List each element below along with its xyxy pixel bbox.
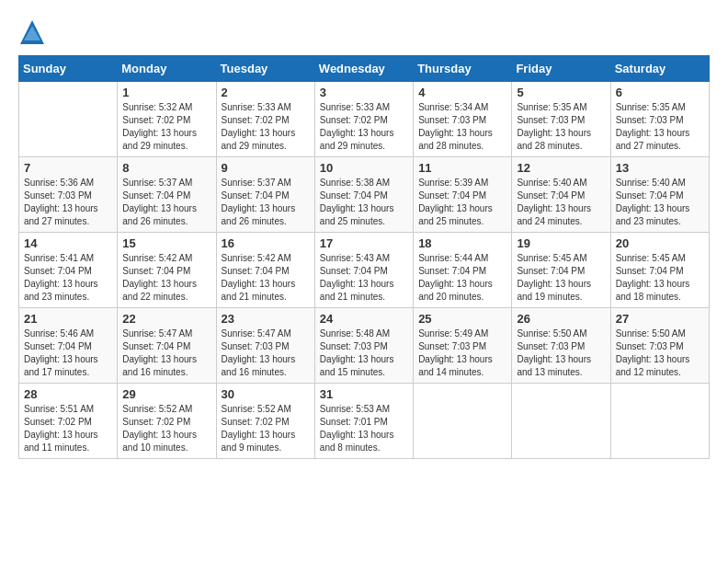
day-info: Sunrise: 5:41 AM Sunset: 7:04 PM Dayligh… bbox=[24, 252, 112, 304]
day-info: Sunrise: 5:51 AM Sunset: 7:02 PM Dayligh… bbox=[24, 403, 112, 454]
calendar-cell: 12Sunrise: 5:40 AM Sunset: 7:04 PM Dayli… bbox=[512, 157, 610, 233]
day-info: Sunrise: 5:43 AM Sunset: 7:04 PM Dayligh… bbox=[320, 252, 408, 304]
calendar-cell: 22Sunrise: 5:47 AM Sunset: 7:04 PM Dayli… bbox=[118, 308, 216, 384]
day-number: 7 bbox=[24, 161, 112, 175]
day-number: 21 bbox=[24, 312, 112, 326]
day-number: 8 bbox=[122, 161, 210, 175]
weekday-header: Friday bbox=[512, 56, 610, 82]
day-info: Sunrise: 5:34 AM Sunset: 7:03 PM Dayligh… bbox=[418, 101, 506, 153]
day-info: Sunrise: 5:39 AM Sunset: 7:04 PM Dayligh… bbox=[418, 177, 506, 228]
day-number: 29 bbox=[122, 387, 210, 401]
day-info: Sunrise: 5:33 AM Sunset: 7:02 PM Dayligh… bbox=[222, 101, 310, 153]
day-info: Sunrise: 5:45 AM Sunset: 7:04 PM Dayligh… bbox=[616, 252, 704, 304]
day-info: Sunrise: 5:48 AM Sunset: 7:03 PM Dayligh… bbox=[320, 327, 408, 379]
calendar-cell: 24Sunrise: 5:48 AM Sunset: 7:03 PM Dayli… bbox=[314, 308, 413, 384]
day-number: 13 bbox=[616, 161, 704, 175]
calendar-cell: 13Sunrise: 5:40 AM Sunset: 7:04 PM Dayli… bbox=[610, 157, 709, 233]
calendar-cell: 31Sunrise: 5:53 AM Sunset: 7:01 PM Dayli… bbox=[314, 384, 413, 459]
day-number: 2 bbox=[222, 86, 310, 99]
day-number: 12 bbox=[517, 161, 605, 175]
day-info: Sunrise: 5:45 AM Sunset: 7:04 PM Dayligh… bbox=[517, 252, 605, 304]
calendar-cell: 3Sunrise: 5:33 AM Sunset: 7:02 PM Daylig… bbox=[314, 82, 413, 157]
page-header bbox=[18, 18, 710, 46]
day-number: 28 bbox=[24, 387, 112, 401]
day-number: 1 bbox=[122, 86, 210, 99]
day-info: Sunrise: 5:44 AM Sunset: 7:04 PM Dayligh… bbox=[418, 252, 506, 304]
day-number: 4 bbox=[418, 86, 506, 99]
day-info: Sunrise: 5:40 AM Sunset: 7:04 PM Dayligh… bbox=[616, 177, 704, 228]
day-number: 9 bbox=[222, 161, 310, 175]
calendar-cell bbox=[610, 384, 709, 459]
calendar-cell: 7Sunrise: 5:36 AM Sunset: 7:03 PM Daylig… bbox=[19, 157, 118, 233]
day-number: 24 bbox=[320, 312, 408, 326]
calendar-table: SundayMondayTuesdayWednesdayThursdayFrid… bbox=[18, 55, 710, 459]
calendar-cell: 16Sunrise: 5:42 AM Sunset: 7:04 PM Dayli… bbox=[216, 233, 314, 308]
weekday-header: Monday bbox=[118, 56, 216, 82]
day-number: 17 bbox=[320, 236, 408, 250]
calendar-week-row: 14Sunrise: 5:41 AM Sunset: 7:04 PM Dayli… bbox=[19, 233, 710, 308]
day-info: Sunrise: 5:46 AM Sunset: 7:04 PM Dayligh… bbox=[24, 327, 112, 379]
day-number: 25 bbox=[418, 312, 506, 326]
calendar-cell: 9Sunrise: 5:37 AM Sunset: 7:04 PM Daylig… bbox=[216, 157, 314, 233]
day-number: 18 bbox=[418, 236, 506, 250]
calendar-cell: 28Sunrise: 5:51 AM Sunset: 7:02 PM Dayli… bbox=[19, 384, 118, 459]
weekday-header: Tuesday bbox=[216, 56, 314, 82]
day-info: Sunrise: 5:36 AM Sunset: 7:03 PM Dayligh… bbox=[24, 177, 112, 228]
day-info: Sunrise: 5:47 AM Sunset: 7:03 PM Dayligh… bbox=[222, 327, 310, 379]
day-info: Sunrise: 5:35 AM Sunset: 7:03 PM Dayligh… bbox=[517, 101, 605, 153]
calendar-cell: 20Sunrise: 5:45 AM Sunset: 7:04 PM Dayli… bbox=[610, 233, 709, 308]
calendar-cell: 23Sunrise: 5:47 AM Sunset: 7:03 PM Dayli… bbox=[216, 308, 314, 384]
day-number: 3 bbox=[320, 86, 408, 99]
calendar-cell: 26Sunrise: 5:50 AM Sunset: 7:03 PM Dayli… bbox=[512, 308, 610, 384]
calendar-cell: 15Sunrise: 5:42 AM Sunset: 7:04 PM Dayli… bbox=[118, 233, 216, 308]
day-info: Sunrise: 5:53 AM Sunset: 7:01 PM Dayligh… bbox=[320, 403, 408, 454]
day-info: Sunrise: 5:35 AM Sunset: 7:03 PM Dayligh… bbox=[616, 101, 704, 153]
calendar-cell: 30Sunrise: 5:52 AM Sunset: 7:02 PM Dayli… bbox=[216, 384, 314, 459]
calendar-cell bbox=[19, 82, 118, 157]
calendar-cell: 14Sunrise: 5:41 AM Sunset: 7:04 PM Dayli… bbox=[19, 233, 118, 308]
calendar-cell: 29Sunrise: 5:52 AM Sunset: 7:02 PM Dayli… bbox=[118, 384, 216, 459]
day-number: 30 bbox=[222, 387, 310, 401]
weekday-header: Wednesday bbox=[314, 56, 413, 82]
calendar-cell: 6Sunrise: 5:35 AM Sunset: 7:03 PM Daylig… bbox=[610, 82, 709, 157]
day-number: 10 bbox=[320, 161, 408, 175]
logo-icon bbox=[18, 18, 46, 46]
calendar-cell: 21Sunrise: 5:46 AM Sunset: 7:04 PM Dayli… bbox=[19, 308, 118, 384]
calendar-cell: 4Sunrise: 5:34 AM Sunset: 7:03 PM Daylig… bbox=[414, 82, 512, 157]
calendar-cell: 2Sunrise: 5:33 AM Sunset: 7:02 PM Daylig… bbox=[216, 82, 314, 157]
day-number: 6 bbox=[616, 86, 704, 99]
weekday-header: Thursday bbox=[414, 56, 512, 82]
day-info: Sunrise: 5:49 AM Sunset: 7:03 PM Dayligh… bbox=[418, 327, 506, 379]
calendar-cell: 19Sunrise: 5:45 AM Sunset: 7:04 PM Dayli… bbox=[512, 233, 610, 308]
day-number: 27 bbox=[616, 312, 704, 326]
day-info: Sunrise: 5:37 AM Sunset: 7:04 PM Dayligh… bbox=[222, 177, 310, 228]
weekday-header: Sunday bbox=[19, 56, 118, 82]
day-number: 19 bbox=[517, 236, 605, 250]
calendar-cell: 27Sunrise: 5:50 AM Sunset: 7:03 PM Dayli… bbox=[610, 308, 709, 384]
day-info: Sunrise: 5:38 AM Sunset: 7:04 PM Dayligh… bbox=[320, 177, 408, 228]
day-info: Sunrise: 5:42 AM Sunset: 7:04 PM Dayligh… bbox=[222, 252, 310, 304]
calendar-cell: 5Sunrise: 5:35 AM Sunset: 7:03 PM Daylig… bbox=[512, 82, 610, 157]
day-info: Sunrise: 5:47 AM Sunset: 7:04 PM Dayligh… bbox=[122, 327, 210, 379]
calendar-cell bbox=[414, 384, 512, 459]
logo bbox=[18, 18, 50, 46]
day-info: Sunrise: 5:32 AM Sunset: 7:02 PM Dayligh… bbox=[122, 101, 210, 153]
day-info: Sunrise: 5:52 AM Sunset: 7:02 PM Dayligh… bbox=[122, 403, 210, 454]
calendar-cell: 10Sunrise: 5:38 AM Sunset: 7:04 PM Dayli… bbox=[314, 157, 413, 233]
day-info: Sunrise: 5:37 AM Sunset: 7:04 PM Dayligh… bbox=[122, 177, 210, 228]
calendar-cell: 8Sunrise: 5:37 AM Sunset: 7:04 PM Daylig… bbox=[118, 157, 216, 233]
calendar-week-row: 1Sunrise: 5:32 AM Sunset: 7:02 PM Daylig… bbox=[19, 82, 710, 157]
day-info: Sunrise: 5:40 AM Sunset: 7:04 PM Dayligh… bbox=[517, 177, 605, 228]
day-number: 20 bbox=[616, 236, 704, 250]
calendar-cell: 17Sunrise: 5:43 AM Sunset: 7:04 PM Dayli… bbox=[314, 233, 413, 308]
calendar-cell: 1Sunrise: 5:32 AM Sunset: 7:02 PM Daylig… bbox=[118, 82, 216, 157]
day-number: 15 bbox=[122, 236, 210, 250]
calendar-cell: 18Sunrise: 5:44 AM Sunset: 7:04 PM Dayli… bbox=[414, 233, 512, 308]
day-info: Sunrise: 5:52 AM Sunset: 7:02 PM Dayligh… bbox=[222, 403, 310, 454]
calendar-week-row: 28Sunrise: 5:51 AM Sunset: 7:02 PM Dayli… bbox=[19, 384, 710, 459]
day-number: 26 bbox=[517, 312, 605, 326]
day-number: 14 bbox=[24, 236, 112, 250]
day-info: Sunrise: 5:42 AM Sunset: 7:04 PM Dayligh… bbox=[122, 252, 210, 304]
weekday-header: Saturday bbox=[610, 56, 709, 82]
calendar-cell: 25Sunrise: 5:49 AM Sunset: 7:03 PM Dayli… bbox=[414, 308, 512, 384]
